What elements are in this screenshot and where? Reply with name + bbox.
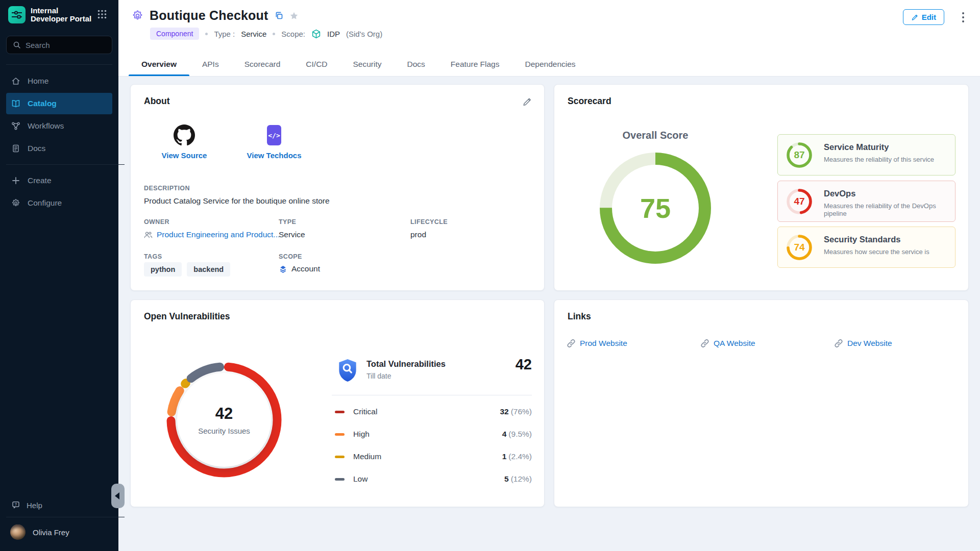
svg-text:</>: </> <box>268 132 280 139</box>
tab-overview[interactable]: Overview <box>129 53 189 76</box>
tab-docs[interactable]: Docs <box>395 53 438 76</box>
severity-row-low: Low 5(12%) <box>332 469 532 489</box>
sidebar-item-label: Docs <box>28 144 45 153</box>
scorecard-item-security-standards[interactable]: 74 Security Standards Measures how secur… <box>777 227 955 268</box>
copy-icon[interactable] <box>275 11 283 20</box>
main-area: Boutique Checkout Component Type : Servi… <box>118 0 980 551</box>
sidebar: Internal Developer Portal Home <box>0 0 118 551</box>
severity-label: Medium <box>353 452 381 461</box>
tag-chip[interactable]: backend <box>187 262 230 277</box>
sidebar-logo: Internal Developer Portal <box>8 6 91 23</box>
severity-count: 32 <box>500 407 508 416</box>
description-value: Product Catalog Service for the boutique… <box>144 196 330 206</box>
owner-link[interactable]: Product Engineering and Product... <box>144 230 280 239</box>
score-value: 74 <box>786 234 813 261</box>
logo-title: Internal Developer Portal <box>31 7 91 23</box>
link-qa-website[interactable]: QA Website <box>701 339 755 348</box>
sidebar-item-workflows[interactable]: Workflows <box>6 115 112 137</box>
view-source-link[interactable]: View Source <box>146 124 223 160</box>
security-issues-label: Security Issues <box>198 427 250 435</box>
search-icon <box>13 41 21 49</box>
sidebar-item-docs[interactable]: Docs <box>6 138 112 159</box>
about-edit-pencil-icon[interactable] <box>522 97 532 107</box>
severity-label: High <box>353 430 370 439</box>
tab-dependencies[interactable]: Dependencies <box>512 53 589 76</box>
severity-count: 4 <box>502 430 507 438</box>
score-value: 87 <box>786 141 813 169</box>
vulnerabilities-card: Open Vulnerabilities 42 Security Issues <box>130 299 545 507</box>
favorite-star-icon[interactable] <box>289 11 299 20</box>
scorecard-item-description: Measures the reliability of the DevOps p… <box>824 202 955 217</box>
scope-label: Scope: <box>281 30 305 38</box>
security-issues-count: 42 <box>215 405 233 423</box>
total-vulnerabilities-subtitle: Till date <box>366 372 391 380</box>
dot-separator <box>273 33 275 35</box>
tab-cicd[interactable]: CI/CD <box>293 53 340 76</box>
link-prod-website[interactable]: Prod Website <box>567 339 627 348</box>
scorecard-item-title: DevOps <box>824 189 855 198</box>
severity-row-critical: Critical 32(76%) <box>332 402 532 422</box>
severity-dash <box>335 411 345 413</box>
workflows-icon <box>11 121 20 131</box>
tab-scorecard[interactable]: Scorecard <box>232 53 293 76</box>
severity-label: Low <box>353 474 368 484</box>
scorecard-item-description: Measures how secure the service is <box>824 248 929 256</box>
overall-score-label: Overall Score <box>604 130 706 141</box>
scorecard-item-devops[interactable]: 47 DevOps Measures the reliability of th… <box>777 181 955 222</box>
tab-feature-flags[interactable]: Feature Flags <box>438 53 512 76</box>
scorecard-item-title: Security Standards <box>824 235 900 244</box>
tab-bar: Overview APIs Scorecard CI/CD Security D… <box>129 53 589 76</box>
severity-count: 5 <box>504 474 509 483</box>
sidebar-item-catalog[interactable]: Catalog <box>6 93 112 114</box>
severity-percent: (12%) <box>511 474 532 483</box>
link-dev-website[interactable]: Dev Website <box>835 339 892 348</box>
scope-org: (Sid's Org) <box>346 30 382 38</box>
sidebar-item-configure[interactable]: Configure <box>6 192 112 214</box>
help-button[interactable]: ? Help <box>0 493 118 517</box>
sidebar-bottom: ? Help Olivia Frey <box>0 493 118 551</box>
sidebar-item-label: Home <box>28 77 48 86</box>
sidebar-item-label: Create <box>28 176 52 185</box>
account-scope-icon <box>279 265 287 273</box>
chain-link-icon <box>701 339 709 347</box>
severity-dash <box>335 433 345 436</box>
help-label: Help <box>27 501 42 510</box>
docs-icon <box>11 144 20 153</box>
search-box[interactable] <box>6 36 112 54</box>
total-vulnerabilities-value: 42 <box>516 356 532 373</box>
techdocs-icon: </> <box>264 124 284 146</box>
severity-label: Critical <box>353 407 377 416</box>
svg-text:?: ? <box>15 502 17 507</box>
home-icon <box>11 77 20 86</box>
search-input[interactable] <box>26 41 102 49</box>
view-techdocs-link[interactable]: </> View Techdocs <box>236 124 312 160</box>
pencil-icon <box>911 14 918 21</box>
user-name: Olivia Frey <box>33 528 69 537</box>
tab-security[interactable]: Security <box>340 53 395 76</box>
plus-icon <box>11 176 20 185</box>
edit-button[interactable]: Edit <box>903 9 944 25</box>
total-vulnerabilities-title: Total Vulnerabilities <box>366 359 446 369</box>
lifecycle-value: prod <box>410 230 426 239</box>
app-grid-icon[interactable] <box>97 9 107 21</box>
tag-chip[interactable]: python <box>144 262 182 277</box>
more-options-icon[interactable] <box>962 11 965 25</box>
user-menu[interactable]: Olivia Frey <box>0 517 118 551</box>
catalog-icon <box>11 99 20 108</box>
type-label: TYPE <box>279 218 296 226</box>
sidebar-collapse-handle[interactable] <box>111 484 125 508</box>
score-value: 47 <box>786 188 813 215</box>
page-header: Boutique Checkout Component Type : Servi… <box>118 0 980 77</box>
sidebar-nav: Home Catalog Workflows Docs <box>0 69 118 215</box>
avatar <box>10 524 26 540</box>
tags-label: TAGS <box>144 253 162 260</box>
sidebar-item-home[interactable]: Home <box>6 70 112 92</box>
about-heading: About <box>144 96 170 107</box>
sidebar-item-create[interactable]: Create <box>6 170 112 191</box>
dot-separator <box>205 33 208 35</box>
kind-badge: Component <box>150 28 199 40</box>
scorecard-item-service-maturity[interactable]: 87 Service Maturity Measures the reliabi… <box>777 134 955 176</box>
overall-score-value: 75 <box>599 152 712 264</box>
tab-apis[interactable]: APIs <box>189 53 232 76</box>
type-value: Service <box>279 230 305 239</box>
